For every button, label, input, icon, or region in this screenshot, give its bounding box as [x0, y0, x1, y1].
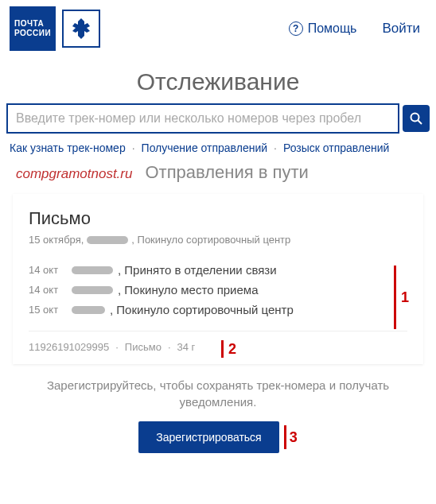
- help-icon: ?: [289, 21, 303, 36]
- watermark-row: compgramotnost.ru Отправления в пути: [0, 159, 436, 191]
- shipment-type: Письмо: [125, 341, 162, 353]
- link-receiving[interactable]: Получение отправлений: [142, 142, 268, 154]
- redacted-location: [72, 306, 105, 314]
- separator-dot: ·: [168, 341, 171, 353]
- annotation-1: 1: [394, 266, 409, 329]
- eagle-icon: [68, 15, 95, 42]
- annotation-2: 2: [221, 340, 236, 358]
- history-status: , Принято в отделении связи: [118, 263, 277, 277]
- shipment-title: Письмо: [29, 208, 407, 229]
- register-button[interactable]: Зарегистрироваться: [138, 421, 278, 453]
- separator-dot: ·: [132, 142, 135, 154]
- history-status: , Покинуло место приема: [118, 283, 259, 297]
- logo-emblem: [62, 10, 100, 48]
- tracking-history: 14 окт , Принято в отделении связи 14 ок…: [29, 263, 407, 316]
- shipment-status-top: , Покинуло сортировочный центр: [131, 234, 290, 246]
- logo-text: ПОЧТА РОССИИ: [10, 6, 56, 51]
- shipment-date-top: 15 октября,: [29, 234, 84, 246]
- section-title: Отправления в пути: [145, 162, 308, 183]
- redacted-location: [87, 236, 128, 244]
- annotation-3: 3: [284, 425, 298, 449]
- login-link[interactable]: Войти: [382, 21, 420, 37]
- page-title: Отслеживание: [0, 57, 436, 103]
- svg-point-0: [411, 114, 419, 122]
- register-row: Зарегистрироваться 3: [32, 421, 404, 453]
- track-search-input[interactable]: [6, 103, 399, 134]
- logo-line2: РОССИИ: [14, 29, 51, 38]
- history-date: 14 окт: [29, 284, 67, 296]
- history-status: , Покинуло сортировочный центр: [110, 303, 294, 316]
- promo-text: Зарегистрируйтесь, чтобы сохранять трек-…: [32, 377, 404, 410]
- link-search-shipments[interactable]: Розыск отправлений: [283, 142, 389, 154]
- link-how-to-find-track[interactable]: Как узнать трек-номер: [10, 142, 126, 154]
- promo-block: Зарегистрируйтесь, чтобы сохранять трек-…: [0, 364, 436, 459]
- shipment-footer: 11926191029995 · Письмо · 34 г: [29, 331, 407, 353]
- svg-line-1: [418, 121, 422, 125]
- separator-dot: ·: [274, 142, 277, 154]
- search-icon: [409, 111, 423, 126]
- help-label: Помощь: [308, 21, 357, 36]
- separator-dot: ·: [115, 341, 119, 353]
- shipment-subtitle: 15 октября, , Покинуло сортировочный цен…: [29, 234, 407, 246]
- history-date: 15 окт: [29, 304, 67, 316]
- search-row: [0, 103, 436, 134]
- shipment-card[interactable]: Письмо 15 октября, , Покинуло сортировоч…: [13, 194, 423, 364]
- redacted-location: [72, 286, 113, 294]
- track-number: 11926191029995: [29, 341, 109, 353]
- history-row: 15 окт , Покинуло сортировочный центр: [29, 303, 407, 316]
- history-row: 14 окт , Покинуло место приема: [29, 283, 407, 297]
- sub-links: Как узнать трек-номер · Получение отправ…: [0, 134, 436, 159]
- redacted-location: [72, 266, 113, 274]
- logo-line1: ПОЧТА: [14, 19, 51, 29]
- watermark: compgramotnost.ru: [16, 166, 132, 182]
- shipment-weight: 34 г: [177, 341, 196, 353]
- history-row: 14 окт , Принято в отделении связи: [29, 263, 407, 277]
- header: ПОЧТА РОССИИ ? Помощь Войти: [0, 0, 436, 57]
- search-button[interactable]: [403, 105, 430, 132]
- history-date: 14 окт: [29, 264, 67, 276]
- help-link[interactable]: ? Помощь: [289, 21, 357, 36]
